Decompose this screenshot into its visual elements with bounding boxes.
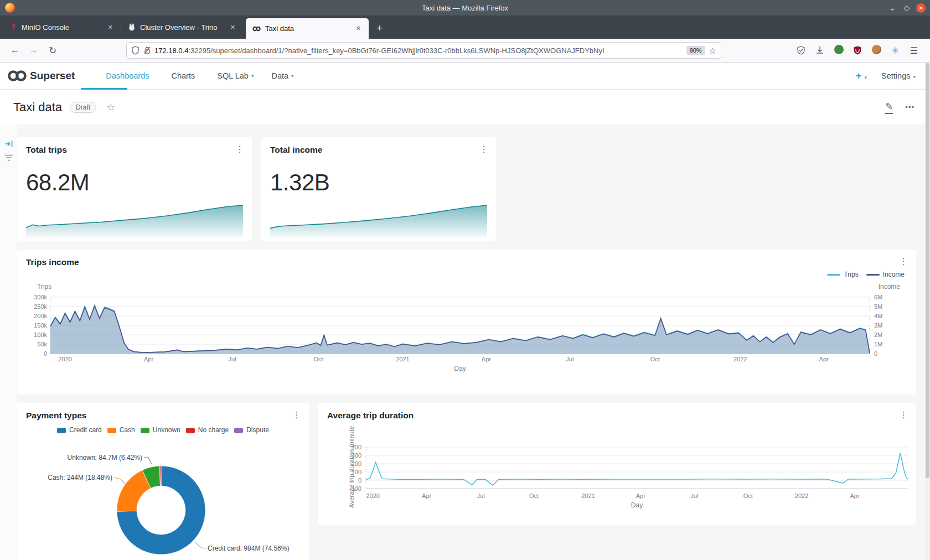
kebab-menu-icon[interactable]: ⋮ <box>479 144 488 154</box>
back-button[interactable]: ← <box>6 45 24 56</box>
shield-check-icon[interactable] <box>793 45 809 55</box>
card-total-income: Total income ⋮ 1.32B <box>261 137 496 241</box>
superset-tab-icon <box>252 26 261 32</box>
tab-close-icon[interactable]: ✕ <box>354 25 363 32</box>
settings-menu[interactable]: Settings▾ <box>881 71 916 81</box>
dashboard-body: Total trips ⋮ 68.2M Total income ⋮ 1.32B… <box>0 125 930 560</box>
chevron-down-icon: ▾ <box>251 73 254 79</box>
svg-text:Jul: Jul <box>690 492 698 499</box>
window-close-icon[interactable]: ✕ <box>916 3 926 13</box>
svg-text:6M: 6M <box>874 294 882 300</box>
minio-icon <box>10 23 17 31</box>
total-trips-sparkline[interactable] <box>26 203 243 237</box>
brand-name[interactable]: Superset <box>30 70 75 82</box>
svg-text:5M: 5M <box>874 303 882 310</box>
svg-text:2022: 2022 <box>795 492 808 499</box>
url-host: 172.18.0.4 <box>154 46 188 55</box>
svg-text:300k: 300k <box>34 294 47 300</box>
zoom-level-badge[interactable]: 90% <box>686 46 705 55</box>
superset-logo-icon[interactable] <box>7 68 28 84</box>
svg-text:Jul: Jul <box>477 492 485 499</box>
reload-button[interactable]: ↻ <box>43 45 62 56</box>
svg-text:Apr: Apr <box>422 492 431 499</box>
svg-text:Oct: Oct <box>743 492 753 499</box>
url-path: :32295/superset/dashboard/1/?native_filt… <box>188 46 604 55</box>
svg-text:Oct: Oct <box>650 356 660 362</box>
svg-text:0: 0 <box>874 350 877 357</box>
svg-text:200: 200 <box>352 460 361 467</box>
svg-text:2021: 2021 <box>581 492 595 499</box>
svg-text:0: 0 <box>44 350 47 357</box>
svg-text:2020: 2020 <box>366 492 379 499</box>
window-maximize-icon[interactable]: ◇ <box>900 3 914 12</box>
svg-text:4M: 4M <box>874 313 882 319</box>
card-title: Total trips <box>26 145 67 155</box>
forward-button[interactable]: → <box>24 45 43 56</box>
filter-list-icon[interactable] <box>4 154 13 162</box>
ublock-shield-icon[interactable] <box>849 45 866 55</box>
svg-text:0: 0 <box>358 477 361 484</box>
chevron-down-icon: ▾ <box>913 74 916 80</box>
scrollbar-thumb[interactable] <box>926 63 929 478</box>
shield-permissions-icon[interactable] <box>131 46 140 55</box>
window-titlebar: Taxi data — Mozilla Firefox ⌄ ◇ ✕ <box>0 0 930 15</box>
card-avg-trip-duration: Average trip duration ⋮ Average trip dur… <box>318 403 916 525</box>
dashboard-header: Taxi data Draft ☆ ✎ ••• <box>0 90 930 125</box>
trips-income-chart[interactable]: 300k6M250k5M200k4M150k3M100k2M50k1M00202… <box>17 250 916 395</box>
status-badge: Draft <box>70 102 96 113</box>
create-new-button[interactable]: +▾ <box>855 70 867 82</box>
trino-icon <box>128 23 136 31</box>
svg-text:1M: 1M <box>874 341 882 348</box>
svg-text:Jul: Jul <box>229 356 236 362</box>
svg-text:100: 100 <box>352 469 361 475</box>
cookie-icon[interactable] <box>868 45 885 56</box>
nav-item-sql-lab[interactable]: SQL Lab <box>217 71 249 80</box>
tab-minio-console[interactable]: MinIO Console ✕ <box>3 15 121 39</box>
favorite-star-icon[interactable]: ☆ <box>106 101 115 113</box>
tab-taxi-data[interactable]: Taxi data ✕ <box>246 18 369 39</box>
svg-text:Apr: Apr <box>636 492 645 499</box>
window-title: Taxi data — Mozilla Firefox <box>0 4 930 12</box>
new-tab-button[interactable]: + <box>369 22 390 34</box>
tab-close-icon[interactable]: ✕ <box>228 24 237 31</box>
tab-trino[interactable]: Cluster Overview - Trino ✕ <box>121 15 243 39</box>
card-total-trips: Total trips ⋮ 68.2M <box>17 137 252 241</box>
svg-text:100k: 100k <box>34 331 47 338</box>
svg-text:2M: 2M <box>874 331 882 338</box>
page-scrollbar[interactable] <box>925 63 930 560</box>
extension-star-icon[interactable]: ✳ <box>887 45 903 56</box>
superset-navbar: Superset Dashboards Charts SQL Lab▾ Data… <box>0 63 930 90</box>
card-trips-income: Trips income ⋮ Trips Income Trips Income… <box>17 250 916 395</box>
donut-callout-credit-card: Credit card: 984M (74.56%) <box>208 545 289 552</box>
dashboard-menu-icon[interactable]: ••• <box>905 103 914 111</box>
menu-hamburger-icon[interactable]: ☰ <box>906 45 922 56</box>
card-payment-types: Payment types ⋮ Credit card Cash Unknown… <box>17 403 309 560</box>
nav-item-charts[interactable]: Charts <box>172 71 195 80</box>
x-axis-title: Day <box>366 501 908 509</box>
nav-item-data[interactable]: Data <box>271 71 288 80</box>
download-icon[interactable] <box>812 45 828 55</box>
expand-filters-icon[interactable] <box>4 139 13 148</box>
big-number-value: 1.32B <box>270 169 329 196</box>
kebab-menu-icon[interactable]: ⋮ <box>235 144 244 154</box>
page-title: Taxi data <box>13 100 62 115</box>
svg-text:200k: 200k <box>34 313 47 319</box>
edit-dashboard-icon[interactable]: ✎ <box>885 101 893 114</box>
svg-text:2020: 2020 <box>58 356 71 362</box>
svg-text:Apr: Apr <box>850 492 859 499</box>
svg-text:300: 300 <box>352 452 361 459</box>
tab-label: Cluster Overview - Trino <box>140 23 224 32</box>
x-axis-title: Day <box>50 365 870 372</box>
svg-text:400: 400 <box>352 444 361 450</box>
tab-close-icon[interactable]: ✕ <box>106 24 115 31</box>
nav-item-dashboards[interactable]: Dashboards <box>106 71 149 80</box>
total-income-sparkline[interactable] <box>270 203 487 237</box>
svg-text:Apr: Apr <box>819 356 829 362</box>
url-bar[interactable]: 172.18.0.4:32295/superset/dashboard/1/?n… <box>126 42 721 59</box>
insecure-lock-icon[interactable] <box>143 46 151 55</box>
privacy-badger-icon[interactable] <box>830 45 847 56</box>
window-shade-icon[interactable]: ⌄ <box>885 3 900 12</box>
payment-types-donut[interactable] <box>17 403 309 560</box>
tab-bar: MinIO Console ✕ Cluster Overview - Trino… <box>0 15 930 39</box>
bookmark-star-icon[interactable]: ☆ <box>709 45 716 56</box>
